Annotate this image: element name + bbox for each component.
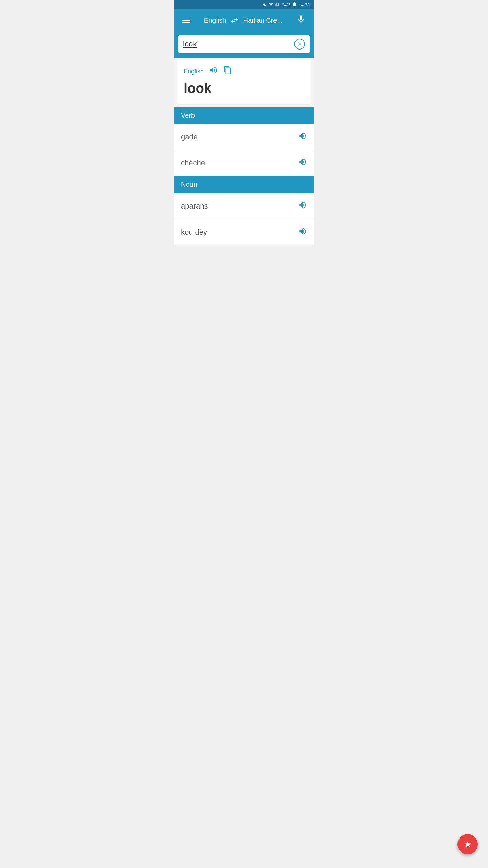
category-header-noun: Noun xyxy=(174,176,314,193)
mute-icon xyxy=(262,2,267,8)
translation-word: kou dèy xyxy=(181,228,298,237)
search-input[interactable] xyxy=(183,40,294,48)
audio-button[interactable] xyxy=(298,227,307,238)
audio-button[interactable] xyxy=(298,132,307,142)
menu-button[interactable] xyxy=(180,15,193,26)
card-audio-button[interactable] xyxy=(209,66,218,77)
toolbar: English Haitian Cre... xyxy=(174,9,314,31)
category-label-noun: Noun xyxy=(181,181,197,188)
translation-item: chèche xyxy=(174,150,314,176)
search-box xyxy=(178,35,310,53)
signal-icon xyxy=(275,2,280,8)
category-label-verb: Verb xyxy=(181,112,195,119)
battery-text: 94% xyxy=(282,2,290,7)
translation-item: kou dèy xyxy=(174,219,314,245)
card-inner: English look xyxy=(177,60,311,104)
translation-item: aparans xyxy=(174,193,314,219)
translation-card: English look xyxy=(174,58,314,107)
card-language-label: English xyxy=(184,68,204,75)
target-language[interactable]: Haitian Cre... xyxy=(243,17,283,24)
category-header-verb: Verb xyxy=(174,107,314,124)
wifi-icon xyxy=(269,2,273,8)
translation-word: chèche xyxy=(181,159,298,167)
translation-item: gade xyxy=(174,124,314,150)
search-container xyxy=(174,31,314,58)
card-header: English xyxy=(184,66,304,77)
swap-languages-button[interactable] xyxy=(230,16,239,25)
translation-word: gade xyxy=(181,133,298,141)
battery-icon xyxy=(292,2,297,8)
time-text: 14:33 xyxy=(299,2,310,7)
audio-button[interactable] xyxy=(298,158,307,169)
audio-button[interactable] xyxy=(298,201,307,212)
translation-word: aparans xyxy=(181,202,298,211)
translation-list-noun: aparans kou dèy xyxy=(174,193,314,245)
source-word: look xyxy=(184,81,304,96)
card-copy-button[interactable] xyxy=(223,66,232,77)
status-icons: 94% 14:33 xyxy=(262,2,310,8)
sections-container: Verbgade chèche Nounaparans kou dèy xyxy=(174,107,314,245)
microphone-button[interactable] xyxy=(293,12,308,29)
clear-button[interactable] xyxy=(294,39,305,50)
language-selector: English Haitian Cre... xyxy=(193,16,293,25)
source-language[interactable]: English xyxy=(204,17,226,24)
translation-list-verb: gade chèche xyxy=(174,124,314,176)
status-bar: 94% 14:33 xyxy=(174,0,314,9)
